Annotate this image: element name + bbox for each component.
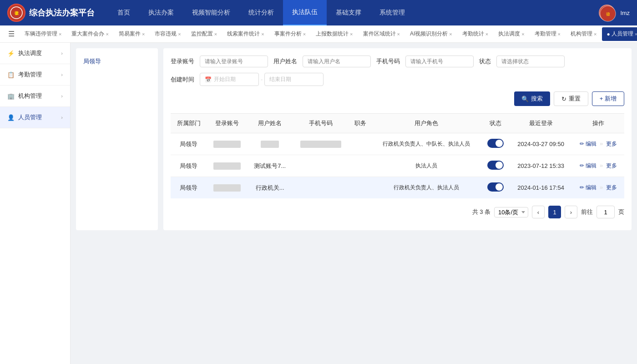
close-icon[interactable]: × [106,31,108,37]
sub-nav-attendance-stats[interactable]: 考勤统计 × [458,27,493,41]
personnel-icon: 👤 [7,114,15,121]
toggle-track[interactable] [487,161,504,170]
phone-label: 手机号码 [376,57,400,66]
sub-nav-personnel[interactable]: ● 人员管理 × [602,27,637,41]
sub-nav-menu-icon[interactable]: ☰ [4,27,19,41]
sub-nav-monitor[interactable]: 监控配置 × [187,27,222,41]
sub-nav-report-stats[interactable]: 上报数据统计 × [311,27,357,41]
close-icon[interactable]: × [303,31,306,37]
status-input[interactable] [496,56,565,67]
date-separator: - [261,76,263,83]
sidebar-item-personnel[interactable]: 👤 人员管理 › [0,107,70,128]
edit-link[interactable]: ✏ 编辑 [580,141,597,147]
nav-enforcement[interactable]: 执法办案 [139,0,183,25]
goto-label: 前往 [581,208,593,216]
sidebar-item-dispatch[interactable]: ⚡ 执法调度 › [0,43,70,64]
per-page-select[interactable]: 10条/页 20条/页 50条/页 [494,207,528,217]
close-icon[interactable]: × [397,31,400,37]
personnel-table: 所属部门 登录账号 用户姓名 手机号码 职务 用户角色 状态 最近登录 操作 [171,113,624,198]
close-icon[interactable]: × [635,31,637,37]
sub-nav-vehicle[interactable]: 车辆违停管理 × [20,27,66,41]
sub-nav-case-analysis[interactable]: 事案件分析 × [270,27,310,41]
sub-nav-ai-video[interactable]: AI视频识别分析 × [405,27,457,41]
org-tree: 局领导 [76,48,158,230]
main-layout: ⚡ 执法调度 › 📋 考勤管理 › 🏢 机构管理 › 👤 人员管理 › [0,43,637,364]
start-date-input[interactable]: 📅 开始日期 [200,73,259,86]
add-button[interactable]: + 新增 [592,91,624,106]
close-icon[interactable]: × [261,31,264,37]
cell-last-login: 2024-01-16 17:54 [509,177,572,199]
cell-status[interactable] [482,155,510,177]
date-range: 📅 开始日期 - 结束日期 [200,73,324,86]
phone-input[interactable] [405,56,474,67]
nav-support[interactable]: 基础支撑 [327,0,370,25]
close-icon[interactable]: × [59,31,61,37]
close-icon[interactable]: × [558,31,561,37]
col-dept: 所属部门 [171,114,207,133]
close-icon[interactable]: × [142,31,145,37]
nav-team[interactable]: 执法队伍 [283,0,327,25]
cell-status[interactable] [482,133,510,155]
chevron-right-icon: › [61,115,63,120]
close-icon[interactable]: × [521,31,524,37]
edit-link[interactable]: ✏ 编辑 [580,162,597,169]
pagination: 共 3 条 10条/页 20条/页 50条/页 ‹ 1 › 前往 页 [171,206,624,218]
tree-item-local-leader[interactable]: 局领导 [81,54,152,69]
cell-status[interactable] [482,177,510,199]
toggle-thumb [495,162,503,169]
chevron-right-icon: › [61,51,63,56]
close-icon[interactable]: × [594,31,597,37]
filter-row-bottom: 创建时间 📅 开始日期 - 结束日期 [171,73,624,86]
name-input[interactable] [303,56,371,67]
next-page-btn[interactable]: › [565,206,577,218]
cell-name [247,133,293,155]
end-date-input[interactable]: 结束日期 [264,73,324,86]
account-input[interactable] [200,56,268,67]
toggle-track[interactable] [487,182,504,192]
table-row: 局领导 行政机关... 行政机关负责人、执法人员 [171,177,624,199]
nav-video[interactable]: 视频智能分析 [183,0,239,25]
close-icon[interactable]: × [214,31,217,37]
prev-page-btn[interactable]: ‹ [532,206,545,218]
main-content: 局领导 登录账号 用户姓名 手机号码 状态 [71,43,637,364]
sub-nav-attendance-mgmt[interactable]: 考勤管理 × [530,27,565,41]
search-button[interactable]: 🔍 搜索 [514,91,550,106]
sub-nav-major-case[interactable]: 重大案件会办 × [67,27,113,41]
reset-button[interactable]: ↻ 重置 [554,91,588,106]
cell-phone [293,177,349,199]
status-label: 状态 [479,57,491,66]
nav-stats[interactable]: 统计分析 [239,0,283,25]
more-link[interactable]: 更多 [606,141,617,147]
svg-text:徽: 徽 [14,11,19,15]
close-icon[interactable]: × [178,31,181,37]
cell-duty [349,155,371,177]
cell-last-login: 2024-03-27 09:50 [509,133,572,155]
status-toggle[interactable] [487,161,504,170]
sidebar-item-org[interactable]: 🏢 机构管理 › [0,86,70,107]
filter-row-1: 登录账号 用户姓名 手机号码 状态 创建时间 📅 [171,56,624,86]
more-link[interactable]: 更多 [606,162,617,169]
sub-nav-simple-case[interactable]: 简易案件 × [114,27,149,41]
sub-nav-clue-stats[interactable]: 线索案件统计 × [222,27,268,41]
toggle-track[interactable] [487,139,504,148]
status-toggle[interactable] [487,182,504,192]
cell-dept: 局领导 [171,155,207,177]
nav-home[interactable]: 首页 [108,0,139,25]
sub-nav-city[interactable]: 市容违规 × [150,27,185,41]
goto-input[interactable] [597,206,615,218]
sub-nav-region-stats[interactable]: 案件区域统计 × [359,27,404,41]
attendance-icon: 📋 [7,71,15,78]
close-icon[interactable]: × [449,31,452,37]
nav-system[interactable]: 系统管理 [370,0,414,25]
sidebar-item-attendance[interactable]: 📋 考勤管理 › [0,64,70,86]
sub-nav-dispatch[interactable]: 执法调度 × [494,27,529,41]
action-buttons: 🔍 搜索 ↻ 重置 + 新增 [171,91,624,106]
close-icon[interactable]: × [350,31,353,37]
more-link[interactable]: 更多 [606,184,617,191]
close-icon[interactable]: × [485,31,488,37]
sub-nav-org-mgmt[interactable]: 机构管理 × [566,27,601,41]
page-1-btn[interactable]: 1 [548,206,561,218]
status-toggle[interactable] [487,139,504,148]
col-status: 状态 [482,114,510,133]
edit-link[interactable]: ✏ 编辑 [580,184,597,191]
